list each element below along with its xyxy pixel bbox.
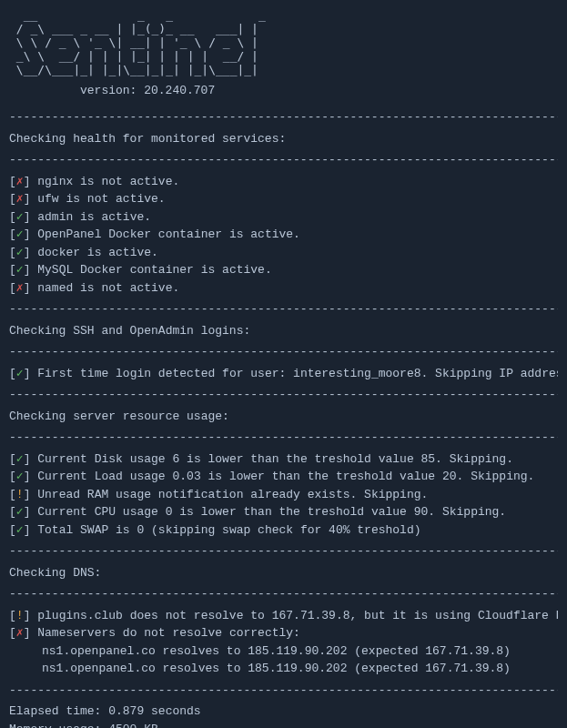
dns-detail-line: ns1.openpanel.co resolves to 185.119.90.… (9, 642, 558, 661)
section-header-dns: Checking DNS: (9, 564, 558, 582)
status-line: [✗] Nameservers do not resolve correctly… (9, 624, 558, 642)
bracket-left: [ (9, 281, 16, 295)
divider: ----------------------------------------… (9, 585, 558, 603)
status-text: Current CPU usage 0 is lower than the tr… (37, 505, 506, 519)
bracket-left: [ (9, 228, 16, 241)
section-header-health: Checking health for monitored services: (9, 130, 558, 148)
bracket-right: ] (24, 281, 38, 295)
divider: ----------------------------------------… (9, 542, 558, 561)
status-text: named is not active. (37, 281, 179, 295)
bracket-left: [ (9, 367, 16, 380)
health-items: [✗] nginx is not active.[✗] ufw is not a… (9, 173, 558, 298)
status-line: [✓] First time login detected for user: … (9, 365, 558, 383)
bracket-left: [ (9, 470, 16, 483)
status-text: MySQL Docker container is active. (37, 263, 271, 277)
bracket-right: ] (24, 505, 38, 519)
status-line: [✓] Current CPU usage 0 is lower than th… (9, 503, 558, 521)
divider: ----------------------------------------… (9, 300, 558, 318)
check-icon: ✓ (16, 263, 24, 277)
bracket-right: ] (24, 626, 38, 640)
bracket-right: ] (24, 367, 38, 380)
status-line: [!] Unread RAM usage notification alread… (9, 486, 558, 504)
ascii-logo: __ _ _ _ / _\ ___ _ __ | |_(_)_ __ ___| … (9, 9, 558, 77)
bracket-left: [ (9, 505, 16, 519)
dns-details: ns1.openpanel.co resolves to 185.119.90.… (9, 642, 558, 678)
check-icon: ✓ (16, 367, 24, 380)
bracket-right: ] (24, 228, 38, 241)
section-header-resources: Checking server resource usage: (9, 408, 558, 426)
bracket-right: ] (24, 609, 38, 622)
divider: ----------------------------------------… (9, 429, 558, 447)
status-line: [✓] Current Load usage 0.03 is lower tha… (9, 468, 558, 486)
bracket-right: ] (24, 192, 38, 206)
bracket-right: ] (24, 488, 38, 501)
status-text: Total SWAP is 0 (skipping swap check for… (37, 523, 420, 537)
status-text: admin is active. (37, 210, 151, 224)
status-line: [✓] OpenPanel Docker container is active… (9, 226, 558, 244)
divider: ----------------------------------------… (9, 386, 558, 404)
resource-items: [✓] Current Disk usage 6 is lower than t… (9, 450, 558, 540)
bracket-left: [ (9, 210, 16, 224)
divider: ----------------------------------------… (9, 343, 558, 361)
warn-icon: ! (16, 609, 24, 622)
dns-items: [!] plugins.club does not resolve to 167… (9, 607, 558, 642)
bracket-left: [ (9, 192, 16, 206)
ssh-items: [✓] First time login detected for user: … (9, 365, 558, 383)
bracket-right: ] (24, 263, 38, 277)
bracket-right: ] (24, 175, 38, 188)
status-line: [✓] Total SWAP is 0 (skipping swap check… (9, 521, 558, 540)
check-icon: ✓ (16, 246, 24, 259)
cross-icon: ✗ (16, 192, 24, 206)
status-text: nginx is not active. (37, 175, 179, 188)
divider: ----------------------------------------… (9, 682, 558, 700)
check-icon: ✓ (16, 452, 24, 466)
bracket-left: [ (9, 452, 16, 466)
status-line: [✗] nginx is not active. (9, 173, 558, 191)
bracket-left: [ (9, 246, 16, 259)
status-text: Unread RAM usage notification already ex… (37, 488, 428, 501)
status-line: [✓] MySQL Docker container is active. (9, 261, 558, 279)
status-line: [✗] named is not active. (9, 279, 558, 298)
bracket-left: [ (9, 263, 16, 277)
dns-detail-line: ns1.openpanel.co resolves to 185.119.90.… (9, 660, 558, 678)
bracket-left: [ (9, 523, 16, 537)
check-icon: ✓ (16, 523, 24, 537)
bracket-right: ] (24, 452, 38, 466)
check-icon: ✓ (16, 210, 24, 224)
check-icon: ✓ (16, 505, 24, 519)
status-text: Nameservers do not resolve correctly: (37, 626, 300, 640)
warn-icon: ! (16, 488, 24, 501)
divider: ----------------------------------------… (9, 108, 558, 126)
cross-icon: ✗ (16, 175, 24, 188)
memory-usage: Memory usage: 4500 KB (9, 721, 558, 728)
cross-icon: ✗ (16, 281, 24, 295)
elapsed-time: Elapsed time: 0.879 seconds (9, 703, 558, 721)
status-line: [✓] Current Disk usage 6 is lower than t… (9, 450, 558, 469)
bracket-right: ] (24, 523, 38, 537)
bracket-left: [ (9, 609, 16, 622)
version-text: version: 20.240.707 (9, 82, 558, 100)
bracket-left: [ (9, 626, 16, 640)
status-line: [✗] ufw is not active. (9, 190, 558, 208)
section-header-ssh: Checking SSH and OpenAdmin logins: (9, 322, 558, 340)
bracket-left: [ (9, 488, 16, 501)
status-text: Current Disk usage 6 is lower than the t… (37, 452, 513, 466)
status-text: ufw is not active. (37, 192, 165, 206)
bracket-right: ] (24, 470, 38, 483)
bracket-right: ] (24, 246, 38, 259)
status-line: [✓] admin is active. (9, 208, 558, 227)
status-text: docker is active. (37, 246, 158, 259)
check-icon: ✓ (16, 228, 24, 241)
status-line: [✓] docker is active. (9, 244, 558, 262)
bracket-left: [ (9, 175, 16, 188)
status-text: plugins.club does not resolve to 167.71.… (37, 609, 558, 622)
status-line: [!] plugins.club does not resolve to 167… (9, 607, 558, 625)
status-text: Current Load usage 0.03 is lower than th… (37, 470, 534, 483)
cross-icon: ✗ (16, 626, 24, 640)
status-text: First time login detected for user: inte… (37, 367, 558, 380)
divider: ----------------------------------------… (9, 151, 558, 169)
check-icon: ✓ (16, 470, 24, 483)
bracket-right: ] (24, 210, 38, 224)
status-text: OpenPanel Docker container is active. (37, 228, 300, 241)
